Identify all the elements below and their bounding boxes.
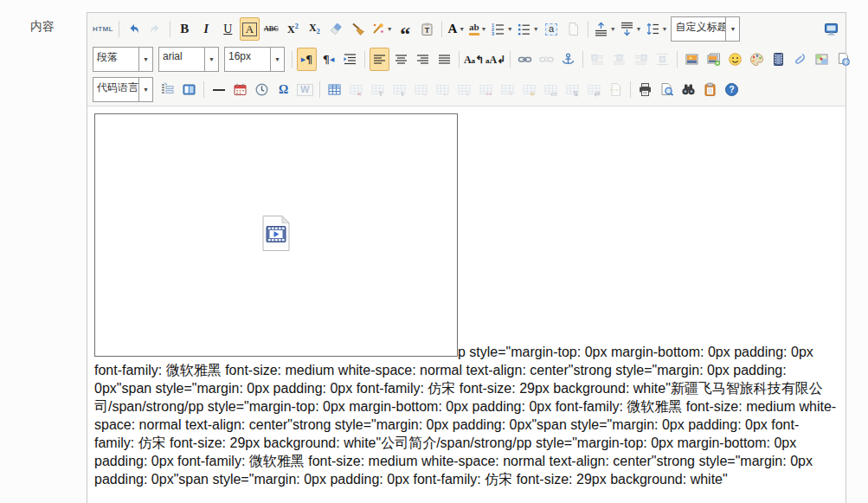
print-button[interactable]: [635, 80, 655, 100]
remove-format-button[interactable]: [326, 19, 346, 39]
font-color-button[interactable]: A▼: [447, 19, 466, 39]
text-style-button[interactable]: A: [240, 17, 260, 41]
unlink-icon: [539, 52, 554, 67]
content-field-label: 内容: [30, 19, 55, 35]
blockquote-button[interactable]: “: [395, 19, 415, 39]
align-center-button[interactable]: [391, 49, 411, 69]
insert-table-button[interactable]: [325, 80, 344, 100]
editor-content[interactable]: p style="margin-top: 0px margin-bottom: …: [87, 106, 845, 503]
insert-image-button[interactable]: [682, 49, 702, 69]
table-merge-cells-button: ▭: [541, 80, 561, 100]
anchor-button[interactable]: [558, 49, 578, 69]
align-justify-icon: [437, 52, 452, 67]
strikethrough-button[interactable]: ABC: [261, 19, 281, 39]
html-source-button[interactable]: HTML: [92, 19, 114, 39]
batch-image-button[interactable]: [704, 49, 723, 69]
svg-text:3: 3: [492, 31, 494, 36]
custom-heading-select[interactable]: 自定义标题▼: [671, 16, 740, 42]
line-height-button[interactable]: ▼: [645, 19, 669, 39]
insert-date-button[interactable]: [230, 80, 250, 100]
font-family-select[interactable]: arial▼: [158, 47, 219, 72]
word-icon: W: [297, 84, 312, 96]
custom-heading-select-value: 自定义标题: [672, 17, 725, 41]
table-insert-col-left-button: ←: [433, 80, 453, 100]
attachment-button[interactable]: [790, 49, 810, 69]
video-file-icon: [260, 215, 292, 255]
uppercase-button[interactable]: Aa↰: [464, 49, 484, 69]
layout-button[interactable]: [179, 80, 199, 100]
page-icon: [566, 22, 581, 36]
monitor-icon: [824, 22, 839, 36]
insert-video-button[interactable]: [768, 49, 788, 69]
table-insert-row-above-button: ↑: [498, 80, 518, 100]
undo-button[interactable]: [124, 19, 144, 39]
space-top-icon: [594, 22, 608, 36]
sub-icon: X2: [309, 23, 320, 35]
insert-map-button[interactable]: [812, 49, 832, 69]
font-size-select[interactable]: 16px▼: [224, 47, 285, 72]
anchor-text-button[interactable]: a: [542, 19, 562, 39]
svg-text:×: ×: [357, 90, 362, 97]
video-placeholder[interactable]: [94, 113, 458, 357]
quick-format-button[interactable]: ▼: [370, 19, 394, 39]
bold-button[interactable]: B: [175, 19, 195, 39]
space-bottom-icon: [620, 22, 634, 36]
toolbar-separator: [677, 51, 678, 68]
unordered-list-button[interactable]: ▼: [516, 19, 540, 39]
align-left-button[interactable]: [370, 48, 389, 71]
svg-text:★: ★: [529, 90, 536, 97]
paste-button[interactable]: [700, 80, 720, 100]
underline-button[interactable]: U: [218, 19, 238, 39]
horizontal-rule-button[interactable]: [209, 80, 228, 100]
italic-icon: I: [204, 23, 209, 35]
superscript-button[interactable]: X2: [283, 19, 303, 39]
tbl-ra-icon: ↑: [500, 82, 515, 97]
paragraph-spacing-top-button[interactable]: ▼: [593, 19, 617, 39]
insert-code-button[interactable]: [158, 80, 177, 100]
image-float-left-button: [588, 49, 608, 69]
table-prop-button: T: [368, 80, 388, 100]
tbl-prop-icon: T: [370, 82, 385, 97]
ordered-list-button[interactable]: 123▼: [490, 19, 514, 39]
paste-as-text-button[interactable]: T: [417, 19, 437, 39]
highlight-color-button[interactable]: ab▼: [468, 19, 488, 39]
special-char-button[interactable]: Ω: [273, 80, 293, 100]
help-button[interactable]: ?: [722, 80, 742, 100]
bold-icon: B: [180, 23, 189, 35]
paint-button[interactable]: [747, 49, 767, 69]
svg-text:↦: ↦: [486, 90, 492, 97]
toolbar-separator: [364, 51, 365, 68]
table-split-rows-button: ⇅: [563, 80, 582, 100]
ltr-button[interactable]: ▶¶: [297, 48, 317, 71]
link-button[interactable]: [515, 49, 535, 69]
raw-html-text: p style="margin-top: 0px margin-bottom: …: [94, 345, 836, 487]
chevron-down-icon: ▼: [138, 48, 152, 71]
code-language-select[interactable]: 代码语言▼: [93, 77, 153, 102]
anchor-a-icon: a: [545, 23, 557, 35]
emoticons-button[interactable]: [725, 49, 745, 69]
case-upper-icon: Aa↰: [464, 55, 484, 65]
italic-button[interactable]: I: [196, 19, 216, 39]
format-brush-button[interactable]: [348, 19, 368, 39]
rtl-icon: ¶◀: [323, 54, 335, 65]
paragraph-format-select[interactable]: 段落▼: [93, 47, 153, 72]
toolbar-separator: [292, 51, 293, 68]
fullscreen-button[interactable]: [821, 19, 841, 39]
align-justify-button[interactable]: [434, 49, 454, 69]
chevron-down-icon: ▼: [204, 48, 218, 71]
svg-text:→: →: [421, 90, 428, 97]
insert-time-button[interactable]: [252, 80, 272, 100]
page-break-button: [606, 80, 626, 100]
preview-button[interactable]: [657, 80, 677, 100]
rtl-button[interactable]: ¶◀: [318, 49, 338, 69]
text-indent-button[interactable]: [340, 49, 360, 69]
magic-wand-icon: [370, 22, 385, 36]
align-right-button[interactable]: [413, 49, 433, 69]
sup-icon: X2: [287, 23, 299, 35]
tbl-sc-icon: ⇄: [587, 82, 601, 97]
lowercase-button[interactable]: aA↲: [485, 49, 505, 69]
paragraph-spacing-bottom-button[interactable]: ▼: [619, 19, 643, 39]
subscript-button[interactable]: X2: [305, 19, 325, 39]
insert-embed-button[interactable]: [833, 49, 853, 69]
find-replace-button[interactable]: [678, 80, 698, 100]
